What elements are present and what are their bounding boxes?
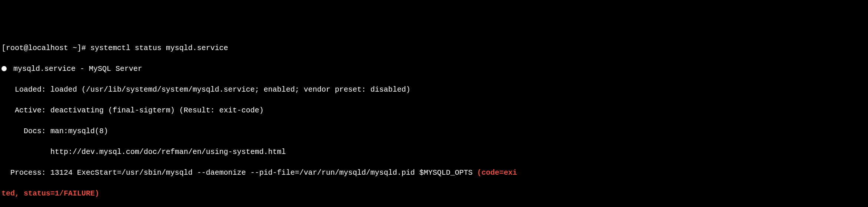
service-header: mysqld.service - MySQL Server [1,64,867,74]
command-text: systemctl status mysqld.service [90,44,228,52]
process1-error-b: ted, status=1/FAILURE) [1,189,99,198]
status-bullet-icon [1,66,7,71]
loaded-line: Loaded: loaded (/usr/lib/systemd/system/… [1,85,867,95]
docs-line-2: http://dev.mysql.com/doc/refman/en/using… [1,147,867,157]
shell-prompt: [root@localhost ~]# [1,44,90,52]
docs-line-1: Docs: man:mysqld(8) [1,126,867,137]
process1-error-a: (code=exi [477,168,517,177]
service-name: mysqld.service - MySQL Server [9,65,142,73]
process-line-1: Process: 13124 ExecStart=/usr/sbin/mysql… [1,168,867,178]
prompt-line: [root@localhost ~]# systemctl status mys… [1,43,867,53]
process-line-1-wrap: ted, status=1/FAILURE) [1,188,867,199]
process1-text: Process: 13124 ExecStart=/usr/sbin/mysql… [1,168,477,177]
active-line: Active: deactivating (final-sigterm) (Re… [1,105,867,116]
